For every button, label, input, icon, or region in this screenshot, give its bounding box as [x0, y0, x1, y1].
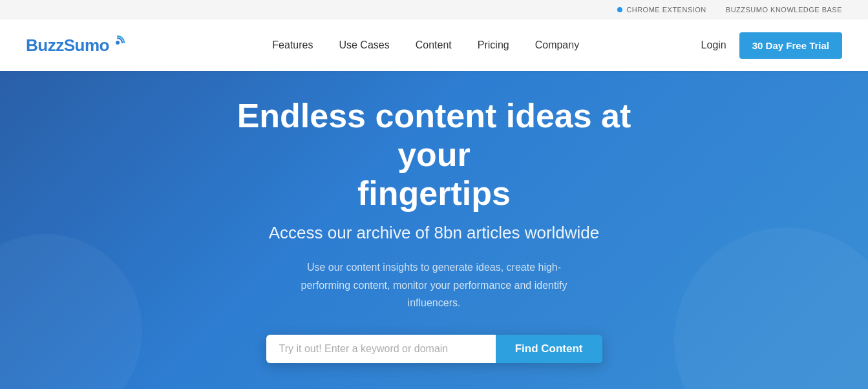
hero-section: Endless content ideas at your fingertips… [0, 71, 868, 389]
chrome-extension-label: CHROME EXTENSION [626, 6, 706, 14]
hero-subtitle: Access our archive of 8bn articles world… [269, 223, 600, 243]
svg-point-0 [116, 41, 120, 45]
hero-title: Endless content ideas at your fingertips [208, 97, 661, 213]
hero-description: Use our content insights to generate ide… [292, 258, 577, 311]
logo-text: BuzzSumo [26, 36, 109, 56]
login-button[interactable]: Login [701, 39, 726, 51]
main-header: BuzzSumo Features Use Cases Content Pric… [0, 19, 868, 71]
knowledge-base-label: BUZZSUMO KNOWLEDGE BASE [726, 6, 842, 14]
hero-title-line2: fingertips [357, 174, 511, 212]
nav-content[interactable]: Content [416, 39, 452, 51]
logo[interactable]: BuzzSumo [26, 36, 125, 56]
search-bar: Find Content [266, 335, 602, 363]
find-content-button[interactable]: Find Content [496, 335, 602, 363]
nav-use-cases[interactable]: Use Cases [339, 39, 389, 51]
nav-features[interactable]: Features [272, 39, 313, 51]
main-nav: Features Use Cases Content Pricing Compa… [151, 39, 701, 51]
trial-button[interactable]: 30 Day Free Trial [739, 32, 842, 59]
nav-pricing[interactable]: Pricing [478, 39, 509, 51]
chrome-extension-link[interactable]: CHROME EXTENSION [617, 6, 706, 14]
knowledge-base-link[interactable]: BUZZSUMO KNOWLEDGE BASE [726, 6, 842, 14]
search-input[interactable] [266, 335, 496, 363]
top-bar: CHROME EXTENSION BUZZSUMO KNOWLEDGE BASE [0, 0, 868, 19]
nav-actions: Login 30 Day Free Trial [701, 32, 842, 59]
hero-title-line1: Endless content ideas at your [237, 97, 631, 173]
chrome-dot-icon [617, 7, 622, 12]
nav-company[interactable]: Company [535, 39, 579, 51]
logo-signal-icon [111, 36, 125, 50]
